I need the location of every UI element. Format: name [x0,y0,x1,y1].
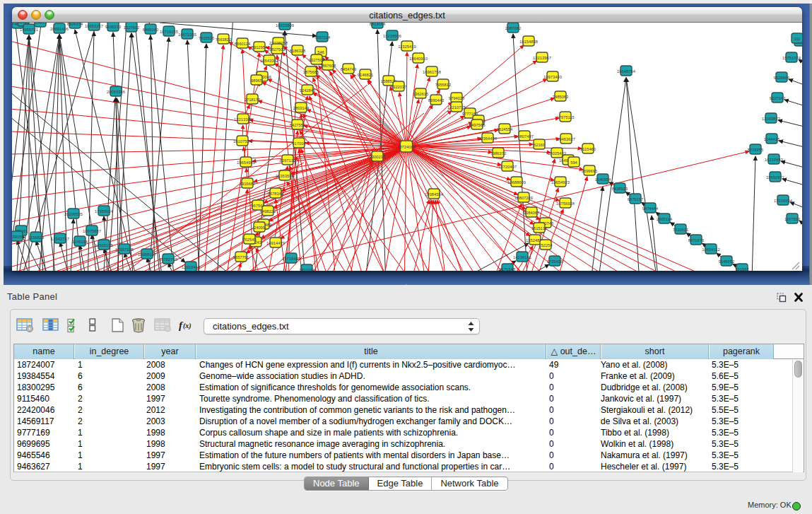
svg-text:17975115: 17975115 [556,115,574,119]
svg-text:20691406: 20691406 [50,27,69,31]
svg-text:10807487: 10807487 [515,134,534,139]
svg-text:19218506: 19218506 [383,34,401,38]
svg-text:546: 546 [317,50,324,54]
svg-text:1733426: 1733426 [547,259,563,264]
svg-text:2935114: 2935114 [657,217,673,221]
svg-text:252254: 252254 [539,243,553,247]
svg-text:9474444: 9474444 [642,206,659,211]
svg-text:98965: 98965 [251,78,262,83]
svg-text:9106533: 9106533 [105,25,122,29]
svg-text:8454749: 8454749 [341,67,357,71]
svg-text:7663822: 7663822 [216,37,232,42]
svg-text:239159: 239159 [12,235,24,239]
svg-text:10025433: 10025433 [548,151,566,156]
svg-text:14055721: 14055721 [20,28,38,32]
svg-text:17957225: 17957225 [115,247,134,252]
svg-text:7357224: 7357224 [314,35,331,40]
svg-text:9699695: 9699695 [582,169,598,173]
svg-text:14136141: 14136141 [513,255,531,259]
svg-text:8912954: 8912954 [252,45,268,49]
svg-text:931562: 931562 [735,267,748,271]
svg-text:12213369: 12213369 [234,117,252,122]
svg-text:62160: 62160 [534,143,545,147]
svg-text:1916687: 1916687 [240,182,256,186]
svg-text:(x): (x) [183,322,192,330]
svg-text:9146821: 9146821 [358,73,374,77]
svg-text:10958107: 10958107 [138,252,156,257]
svg-text:1167533: 1167533 [784,217,800,221]
svg-text:16154838: 16154838 [519,40,538,44]
svg-text:9242845: 9242845 [300,88,316,93]
svg-text:12213967: 12213967 [533,56,551,60]
svg-text:2803144: 2803144 [293,106,310,110]
svg-text:9657791: 9657791 [233,255,249,259]
svg-text:8926374: 8926374 [67,23,83,26]
svg-text:2718176: 2718176 [245,98,261,102]
svg-text:16033809: 16033809 [276,23,294,28]
svg-text:1527602: 1527602 [124,25,140,30]
svg-text:24099: 24099 [254,226,265,230]
svg-text:1362615: 1362615 [413,92,429,96]
svg-text:9827503: 9827503 [269,47,286,52]
svg-text:15751074: 15751074 [782,56,801,60]
svg-text:9245652: 9245652 [719,259,735,264]
svg-text:6466160: 6466160 [143,28,159,32]
svg-text:7485063: 7485063 [553,95,569,99]
svg-text:10756928: 10756928 [556,201,575,206]
svg-text:20206535: 20206535 [64,212,83,216]
svg-text:917006: 917006 [292,141,305,146]
svg-text:8427552: 8427552 [290,123,306,127]
svg-text:18724007: 18724007 [397,145,416,149]
svg-text:19654985: 19654985 [237,160,255,165]
svg-text:18807249: 18807249 [514,196,533,200]
svg-text:8990443: 8990443 [428,98,445,103]
svg-text:10719155: 10719155 [160,30,178,34]
svg-text:8322037: 8322037 [391,85,407,89]
svg-text:1615132: 1615132 [531,226,548,230]
svg-text:8660124: 8660124 [235,42,251,46]
svg-text:2300213: 2300213 [370,155,386,159]
svg-text:16782759: 16782759 [159,257,177,262]
svg-text:14914479: 14914479 [266,241,285,245]
svg-text:15692971: 15692971 [766,175,784,180]
svg-text:16107554: 16107554 [233,139,252,144]
svg-text:8938923: 8938923 [612,187,628,191]
svg-text:4498222: 4498222 [260,209,276,214]
svg-text:20053346: 20053346 [107,90,125,94]
svg-text:9115460: 9115460 [580,147,596,151]
svg-text:9529966: 9529966 [774,76,790,80]
svg-text:19463627: 19463627 [557,137,575,141]
svg-text:7986372: 7986372 [490,151,507,156]
svg-text:9084067: 9084067 [524,211,540,215]
svg-text:8186328: 8186328 [290,49,306,53]
svg-text:3624554: 3624554 [497,127,513,132]
svg-text:11325419: 11325419 [398,45,416,49]
svg-text:11353594: 11353594 [276,174,294,178]
svg-text:7515526: 7515526 [199,36,215,40]
svg-text:8471676: 8471676 [688,238,705,243]
svg-text:15720407: 15720407 [498,165,517,169]
svg-text:16210725: 16210725 [447,105,466,110]
svg-text:16671355: 16671355 [178,33,196,37]
svg-text:12342757: 12342757 [51,237,69,241]
svg-text:12505135: 12505135 [95,243,113,247]
svg-text:8813054: 8813054 [370,23,386,26]
svg-text:19654923: 19654923 [551,180,570,185]
svg-text:9171648: 9171648 [500,267,516,271]
svg-text:16543362: 16543362 [260,59,278,63]
svg-text:6879197: 6879197 [628,197,644,201]
svg-text:9227343: 9227343 [770,96,786,100]
svg-text:1244415: 1244415 [764,137,780,141]
svg-text:12093873: 12093873 [762,117,780,121]
svg-text:7955812: 7955812 [435,83,452,87]
svg-text:20364436: 20364436 [478,136,497,141]
svg-text:1640954: 1640954 [595,177,611,182]
svg-text:9794028: 9794028 [449,96,465,100]
svg-text:16648764: 16648764 [617,69,636,74]
svg-text:10653257: 10653257 [85,24,103,28]
svg-text:6497568: 6497568 [469,123,486,127]
svg-text:10688609: 10688609 [507,180,526,185]
svg-text:10654112: 10654112 [702,247,719,252]
svg-text:762545: 762545 [242,238,256,242]
svg-text:10975887: 10975887 [83,229,101,233]
